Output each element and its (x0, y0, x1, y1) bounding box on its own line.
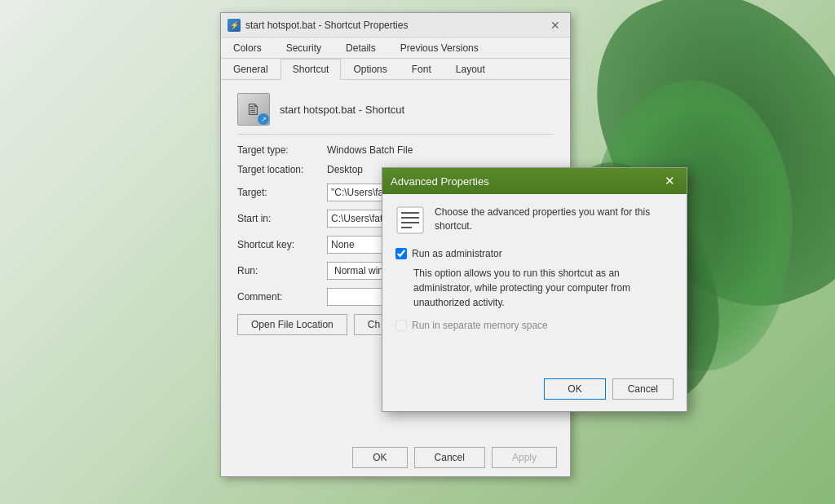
advanced-cancel-button[interactable]: Cancel (612, 378, 674, 400)
run-separate-memory-row: Run in separate memory space (395, 320, 674, 331)
run-separate-memory-label: Run in separate memory space (412, 320, 548, 331)
advanced-ok-button[interactable]: OK (544, 378, 605, 400)
tab-options[interactable]: Options (341, 59, 399, 79)
advanced-close-button[interactable]: ✕ (660, 172, 678, 190)
title-bar-left: ⚡ start hotspot.bat - Shortcut Propertie… (228, 19, 408, 32)
window-title: start hotspot.bat - Shortcut Properties (245, 20, 408, 31)
svg-rect-0 (397, 207, 423, 233)
title-bar: ⚡ start hotspot.bat - Shortcut Propertie… (221, 13, 570, 38)
tab-security[interactable]: Security (274, 38, 334, 58)
tab-colors[interactable]: Colors (221, 38, 274, 58)
target-label: Target: (237, 187, 327, 198)
tab-font[interactable]: Font (400, 59, 444, 79)
advanced-icon (395, 206, 425, 235)
target-location-value: Desktop (327, 164, 363, 175)
start-in-label: Start in: (237, 213, 327, 224)
list-icon-svg (395, 206, 425, 235)
tabs-row-1: Colors Security Details Previous Version… (221, 38, 570, 59)
target-type-row: Target type: Windows Batch File (237, 144, 554, 156)
apply-button[interactable]: Apply (492, 447, 557, 468)
advanced-description: Choose the advanced properties you want … (435, 206, 674, 233)
cancel-button[interactable]: Cancel (414, 447, 485, 468)
window-icon: ⚡ (228, 19, 241, 32)
run-as-admin-checkbox[interactable] (395, 248, 407, 259)
run-as-admin-row: Run as administrator (395, 248, 674, 259)
tab-shortcut[interactable]: Shortcut (281, 59, 342, 80)
footer-buttons: OK Cancel Apply (352, 447, 557, 468)
advanced-top-row: Choose the advanced properties you want … (395, 206, 674, 235)
file-icon-badge: ↗ (258, 113, 269, 125)
window-close-button[interactable]: ✕ (547, 17, 563, 33)
comment-label: Comment: (237, 291, 327, 303)
tab-layout[interactable]: Layout (444, 59, 497, 79)
target-type-label: Target type: (237, 144, 327, 156)
tabs-row-2: General Shortcut Options Font Layout (221, 59, 570, 80)
shortcut-key-label: Shortcut key: (237, 239, 327, 250)
tab-details[interactable]: Details (334, 38, 388, 58)
target-type-value: Windows Batch File (327, 144, 413, 156)
run-as-admin-label[interactable]: Run as administrator (412, 248, 502, 259)
run-separate-memory-checkbox[interactable] (395, 320, 407, 331)
advanced-properties-dialog: Advanced Properties ✕ Choose the advance… (382, 167, 687, 412)
run-as-admin-description: This option allows you to run this short… (413, 266, 674, 310)
target-location-label: Target location: (237, 164, 327, 175)
advanced-content: Choose the advanced properties you want … (382, 194, 687, 349)
file-title: start hotspot.bat - Shortcut (280, 104, 404, 116)
ok-button[interactable]: OK (352, 447, 407, 468)
run-label: Run: (237, 265, 327, 276)
tab-general[interactable]: General (221, 59, 281, 79)
open-file-location-button[interactable]: Open File Location (237, 314, 347, 335)
tab-previous-versions[interactable]: Previous Versions (388, 38, 491, 58)
file-icon-title-row: 🗎 ↗ start hotspot.bat - Shortcut (237, 93, 554, 135)
advanced-dialog-title: Advanced Properties (391, 175, 489, 188)
advanced-title-bar: Advanced Properties ✕ (382, 168, 687, 194)
file-icon: 🗎 ↗ (237, 93, 270, 126)
advanced-footer-buttons: OK Cancel (544, 378, 674, 400)
